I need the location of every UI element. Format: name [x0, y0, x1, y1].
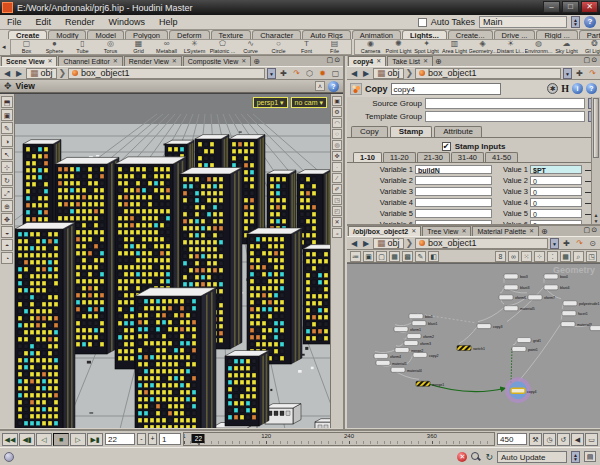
range-tab-1-10[interactable]: 1-10: [353, 152, 382, 162]
title-bar[interactable]: E:/Work/Andronaki/prj6.hip - Houdini Mas…: [0, 0, 600, 15]
scroll-down-icon[interactable]: ▼: [592, 218, 600, 224]
viewport-tool-icon-1[interactable]: ▣: [1, 109, 13, 121]
network-node-copy3[interactable]: copy3: [477, 324, 503, 329]
variable-input[interactable]: [415, 176, 492, 185]
shelf-tab-lights-[interactable]: Lights...: [402, 30, 447, 39]
network-node-facet1[interactable]: facet1: [562, 311, 588, 316]
network-node-xform4[interactable]: xform4: [374, 353, 401, 358]
close-tab-icon[interactable]: ✕: [423, 57, 428, 66]
playbar-option-icon-2[interactable]: ↺: [557, 433, 570, 446]
scrollbar-thumb[interactable]: [593, 98, 599, 158]
light-toggle-icon[interactable]: ✹: [317, 69, 328, 78]
pane-tab-composite-view[interactable]: Composite View✕: [183, 56, 251, 66]
network-node-blast4[interactable]: blast4: [544, 285, 570, 290]
path-node[interactable]: box_object1: [68, 68, 265, 79]
close-button[interactable]: ✕: [581, 1, 598, 13]
network-node-merge1[interactable]: merge1: [416, 381, 444, 386]
viewport-tool-icon-4[interactable]: ↖: [1, 148, 13, 160]
shelf-tab-modify[interactable]: Modify: [48, 30, 86, 39]
geometry-cube-icon[interactable]: ⬡: [304, 69, 315, 78]
folder-tab-stamp[interactable]: Stamp: [390, 126, 432, 137]
playbar-option-icon-1[interactable]: ◷: [543, 433, 556, 446]
variable-input[interactable]: buildN: [415, 165, 492, 174]
shelf-tool-tube[interactable]: ▯Tube: [69, 40, 97, 54]
follow-icon[interactable]: ↷: [291, 69, 302, 78]
folder-tab-attribute[interactable]: Attribute: [434, 126, 482, 137]
transport-button[interactable]: ▶▮: [87, 433, 103, 446]
pane-tab-scene-view[interactable]: Scene View✕: [1, 56, 57, 66]
minimize-button[interactable]: –: [543, 1, 560, 13]
forward-icon[interactable]: ▶: [361, 69, 371, 78]
network-node-box3[interactable]: box3: [504, 274, 528, 279]
network-tool-icon-10[interactable]: ⁘: [534, 251, 545, 262]
playbar-option-icon-0[interactable]: ⚒: [529, 433, 542, 446]
pin-icon[interactable]: ✚: [278, 69, 289, 78]
shelf-tool-camera[interactable]: ◉Camera: [357, 40, 385, 54]
shelf-tool-lsystem[interactable]: ✳LSystem: [181, 40, 209, 54]
auto-takes-checkbox[interactable]: [418, 18, 427, 27]
shelf-tool-file[interactable]: ▤File: [321, 40, 349, 54]
display-option-icon-11[interactable]: ✕: [332, 217, 342, 227]
shelf-tool-distant-li-[interactable]: ☀Distant Li...: [497, 40, 525, 54]
city-scene[interactable]: [15, 94, 336, 428]
shelf-tab-auto-rigs[interactable]: Auto Rigs: [302, 30, 351, 39]
node-name-input[interactable]: copy4: [391, 83, 501, 95]
update-mode-stepper[interactable]: ▲▼: [571, 451, 580, 463]
transport-button[interactable]: ◁: [36, 433, 52, 446]
shelf-tool-geometry-[interactable]: ◈Geometry...: [469, 40, 497, 54]
shelf-tab-character[interactable]: Character: [252, 30, 301, 39]
network-node-material5[interactable]: material5: [504, 306, 535, 311]
select-mode-icon[interactable]: ⋏: [315, 81, 325, 91]
network-node-blast3[interactable]: blast3: [504, 285, 530, 290]
network-node-material1[interactable]: material1: [376, 360, 407, 365]
pane-tab-render-view[interactable]: Render View✕: [124, 56, 182, 66]
viewport-tool-icon-6[interactable]: ↻: [1, 174, 13, 186]
viewport-tool-icon-12[interactable]: ◔: [1, 252, 13, 264]
network-tool-icon-13[interactable]: ⌕: [573, 251, 584, 262]
shelf-tab-drive-[interactable]: Drive ...: [494, 30, 536, 39]
display-option-icon-8[interactable]: ✐: [332, 184, 342, 194]
viewport-tool-icon-0[interactable]: ⬒: [1, 96, 13, 108]
param-scrollbar[interactable]: ▲ ▼: [591, 97, 600, 224]
network-node-box4[interactable]: box4: [544, 274, 568, 279]
shelf-tool-sphere[interactable]: ●Sphere: [41, 40, 69, 54]
close-tab-icon[interactable]: ✕: [113, 57, 118, 66]
display-option-icon-6[interactable]: ·: [332, 162, 342, 172]
display-option-icon-5[interactable]: ✜: [332, 151, 342, 161]
pane-tab-material-palette[interactable]: Material Palette✕: [472, 226, 539, 236]
value-input[interactable]: 0: [530, 187, 582, 196]
shelf-tool-sky-light[interactable]: ☁Sky Light: [553, 40, 581, 54]
range-tab-11-20[interactable]: 11-20: [383, 152, 416, 162]
back-icon[interactable]: ◀: [2, 69, 12, 78]
network-tool-icon-6[interactable]: ◧: [428, 251, 439, 262]
viewport-3d[interactable]: ⬒▣✎◑↖⊹↻⤢⊕✥◒◓◔ persp1 ▾ no cam ▾ ▣⚙◠◌◎✜·⁄…: [0, 93, 343, 428]
network-node-xform1[interactable]: xform1: [394, 327, 421, 332]
shelf-tab-texture[interactable]: Texture: [211, 30, 252, 39]
shelf-tool-grid[interactable]: ▦Grid: [125, 40, 153, 54]
shelf-tab-model[interactable]: Model: [87, 30, 123, 39]
network-tool-icon-11[interactable]: ⁚: [547, 251, 558, 262]
display-option-icon-9[interactable]: ◳: [332, 195, 342, 205]
path-dropdown-icon[interactable]: ▼: [550, 238, 559, 249]
transport-button[interactable]: ◀◀: [2, 433, 18, 446]
network-tool-icon-14[interactable]: ◳: [586, 251, 597, 262]
network-tool-icon-9[interactable]: ⁙: [521, 251, 532, 262]
network-tool-icon-2[interactable]: ▢: [376, 251, 387, 262]
shelf-tab-rigid-[interactable]: Rigid ...: [536, 30, 577, 39]
viewport-tool-icon-7[interactable]: ⤢: [1, 187, 13, 199]
new-tab-icon[interactable]: ⊕: [541, 227, 548, 236]
view-gadget-icon[interactable]: ✥: [4, 81, 12, 91]
take-selector[interactable]: Main: [479, 16, 567, 28]
stamp-inputs-checkbox[interactable]: ✔: [442, 142, 451, 151]
close-tab-icon[interactable]: ✕: [172, 57, 177, 66]
viewport-tool-icon-5[interactable]: ⊹: [1, 161, 13, 173]
network-node-polyextrude1[interactable]: polyextrude1: [563, 301, 600, 306]
path-node[interactable]: box_object1: [415, 238, 548, 249]
path-root[interactable]: ▦obj: [373, 68, 404, 79]
close-tab-icon[interactable]: ✕: [529, 227, 534, 236]
playhead-marker[interactable]: 22: [192, 434, 205, 443]
menu-render[interactable]: Render: [58, 16, 102, 28]
frame-increment-button[interactable]: +: [148, 433, 157, 445]
shelf-tool-point-light[interactable]: ✺Point Light: [385, 40, 413, 54]
back-icon[interactable]: ◀: [349, 69, 359, 78]
